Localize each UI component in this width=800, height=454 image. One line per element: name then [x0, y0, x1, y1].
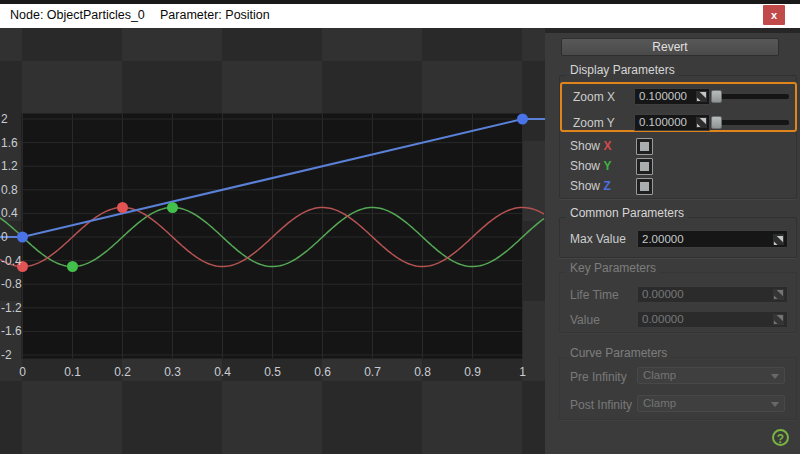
curve-plot: 21.61.20.80.40-0.4-0.8-1.2-1.6-200.10.20… — [0, 28, 545, 454]
y-tick-label: 2 — [1, 112, 8, 126]
x-tick-label: 0.3 — [164, 365, 181, 379]
key-point-z[interactable] — [17, 232, 28, 243]
revert-button[interactable]: Revert — [561, 38, 779, 56]
zoom-y-input[interactable]: 0.100000 — [634, 114, 710, 131]
key-point-z[interactable] — [517, 114, 528, 125]
x-tick-label: 0.4 — [214, 365, 231, 379]
value-ladder-icon[interactable] — [696, 91, 707, 102]
checkbox-checked-mark — [640, 182, 649, 191]
y-tick-label: 0.4 — [1, 206, 18, 220]
zoom-y-label: Zoom Y — [573, 116, 615, 130]
show-x-checkbox[interactable] — [636, 138, 653, 155]
x-tick-label: 0.7 — [364, 365, 381, 379]
value-ladder-icon[interactable] — [773, 234, 784, 245]
y-tick-label: 1.2 — [1, 159, 18, 173]
x-tick-label: 0 — [19, 365, 26, 379]
axis-y-letter: Y — [603, 159, 611, 173]
close-button[interactable]: x — [763, 5, 785, 25]
pre-infinity-dropdown: Clamp — [637, 367, 785, 384]
show-x-label: Show X — [570, 139, 611, 153]
y-tick-label: 0 — [1, 230, 8, 244]
y-tick-label: -2 — [1, 348, 12, 362]
key-point-y[interactable] — [167, 202, 178, 213]
value-ladder-icon[interactable] — [696, 117, 707, 128]
checkbox-checked-mark — [640, 162, 649, 171]
chevron-down-icon — [771, 374, 779, 379]
x-tick-label: 0.8 — [414, 365, 431, 379]
x-tick-label: 0.5 — [264, 365, 281, 379]
show-z-checkbox[interactable] — [636, 178, 653, 195]
value-ladder-icon — [773, 314, 784, 325]
max-value-label: Max Value — [570, 232, 626, 246]
show-y-label: Show Y — [570, 159, 611, 173]
y-tick-label: 1.6 — [1, 136, 18, 150]
value-input: 0.00000 — [637, 311, 788, 328]
zoom-y-slider-track[interactable] — [716, 120, 789, 125]
post-infinity-dropdown: Clamp — [637, 395, 785, 412]
value-label: Value — [570, 313, 600, 327]
curve-parameters-title: Curve Parameters — [566, 346, 671, 360]
x-tick-label: 0.9 — [464, 365, 481, 379]
x-tick-label: 0.1 — [64, 365, 81, 379]
key-point-y[interactable] — [67, 261, 78, 272]
key-point-x[interactable] — [117, 202, 128, 213]
x-tick-label: 0.6 — [314, 365, 331, 379]
value-ladder-icon — [773, 289, 784, 300]
zoom-y-slider-handle[interactable] — [711, 116, 722, 129]
zoom-x-slider-handle[interactable] — [711, 90, 722, 103]
y-tick-label: -1.2 — [1, 301, 22, 315]
y-tick-label: -0.8 — [1, 277, 22, 291]
node-label: Node: ObjectParticles_0 — [10, 8, 145, 22]
common-parameters-title: Common Parameters — [566, 206, 688, 220]
checkbox-checked-mark — [640, 142, 649, 151]
x-tick-label: 1 — [519, 365, 526, 379]
pre-infinity-label: Pre Infinity — [570, 370, 627, 384]
max-value-input[interactable]: 2.00000 — [637, 230, 788, 248]
zoom-x-label: Zoom X — [573, 90, 615, 104]
y-tick-label: -1.6 — [1, 324, 22, 338]
zoom-x-slider-track[interactable] — [716, 94, 789, 99]
y-tick-label: 0.8 — [1, 183, 18, 197]
y-tick-label: -0.4 — [1, 254, 22, 268]
zoom-x-input[interactable]: 0.100000 — [634, 88, 710, 105]
axis-x-letter: X — [603, 139, 611, 153]
life-time-input: 0.00000 — [637, 286, 788, 303]
curve-editor-canvas[interactable]: 21.61.20.80.40-0.4-0.8-1.2-1.6-200.10.20… — [0, 28, 545, 454]
key-parameters-title: Key Parameters — [566, 261, 660, 275]
life-time-label: Life Time — [570, 288, 619, 302]
x-tick-label: 0.2 — [114, 365, 131, 379]
show-y-checkbox[interactable] — [636, 158, 653, 175]
axis-z-letter: Z — [603, 179, 610, 193]
show-z-label: Show Z — [570, 179, 611, 193]
titlebar: Node: ObjectParticles_0 Parameter: Posit… — [0, 4, 800, 28]
display-parameters-title: Display Parameters — [566, 63, 679, 77]
parameter-label: Parameter: Position — [160, 8, 270, 22]
post-infinity-label: Post Infinity — [570, 398, 632, 412]
chevron-down-icon — [771, 402, 779, 407]
help-icon[interactable]: ? — [772, 429, 789, 446]
